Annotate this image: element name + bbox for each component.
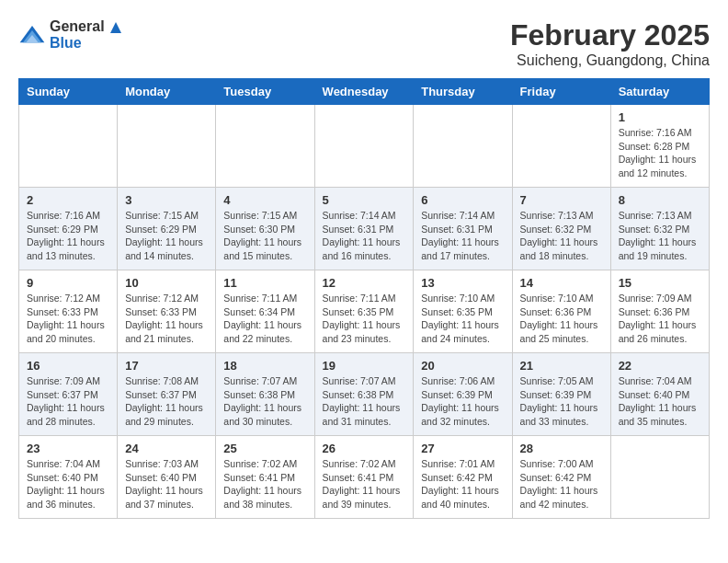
calendar-cell: 2Sunrise: 7:16 AM Sunset: 6:29 PM Daylig…: [19, 188, 118, 270]
calendar-cell: 10Sunrise: 7:12 AM Sunset: 6:33 PM Dayli…: [118, 270, 216, 353]
day-number: 10: [125, 276, 208, 290]
logo-icon: [18, 24, 46, 46]
calendar-cell: 12Sunrise: 7:11 AM Sunset: 6:35 PM Dayli…: [314, 270, 414, 353]
day-info: Sunrise: 7:07 AM Sunset: 6:38 PM Dayligh…: [323, 374, 406, 429]
day-info: Sunrise: 7:13 AM Sunset: 6:32 PM Dayligh…: [619, 209, 701, 263]
calendar-cell: 3Sunrise: 7:15 AM Sunset: 6:29 PM Daylig…: [118, 188, 216, 270]
calendar-cell: [314, 105, 414, 188]
day-number: 7: [520, 193, 603, 207]
calendar-cell: 4Sunrise: 7:15 AM Sunset: 6:30 PM Daylig…: [216, 188, 314, 270]
day-info: Sunrise: 7:05 AM Sunset: 6:39 PM Dayligh…: [520, 374, 603, 429]
calendar-cell: [19, 105, 118, 188]
day-number: 6: [421, 193, 504, 207]
calendar-week-row: 16Sunrise: 7:09 AM Sunset: 6:37 PM Dayli…: [19, 353, 710, 436]
weekday-header: Saturday: [610, 79, 709, 105]
calendar-cell: 9Sunrise: 7:12 AM Sunset: 6:33 PM Daylig…: [19, 270, 118, 353]
calendar-cell: [610, 436, 709, 519]
day-number: 18: [223, 359, 306, 373]
day-number: 27: [421, 442, 504, 455]
day-number: 4: [223, 193, 306, 207]
day-number: 1: [619, 110, 701, 124]
day-number: 16: [27, 359, 109, 373]
logo-triangle-icon: [109, 21, 122, 34]
day-info: Sunrise: 7:07 AM Sunset: 6:38 PM Dayligh…: [223, 374, 306, 429]
day-number: 14: [520, 276, 603, 290]
calendar-cell: [216, 105, 314, 188]
calendar-week-row: 9Sunrise: 7:12 AM Sunset: 6:33 PM Daylig…: [19, 270, 710, 353]
calendar-table: SundayMondayTuesdayWednesdayThursdayFrid…: [18, 78, 710, 519]
weekday-header: Thursday: [414, 79, 512, 105]
day-number: 8: [619, 193, 701, 207]
calendar-cell: 19Sunrise: 7:07 AM Sunset: 6:38 PM Dayli…: [314, 353, 414, 436]
logo-blue: Blue: [50, 35, 82, 51]
calendar-week-row: 2Sunrise: 7:16 AM Sunset: 6:29 PM Daylig…: [19, 188, 710, 270]
day-info: Sunrise: 7:04 AM Sunset: 6:40 PM Dayligh…: [619, 374, 701, 429]
calendar-cell: [414, 105, 512, 188]
page-title: February 2025: [510, 18, 710, 52]
calendar-cell: 14Sunrise: 7:10 AM Sunset: 6:36 PM Dayli…: [512, 270, 610, 353]
logo: General Blue: [18, 18, 122, 52]
calendar-cell: 27Sunrise: 7:01 AM Sunset: 6:42 PM Dayli…: [414, 436, 512, 519]
day-number: 20: [421, 359, 504, 373]
calendar-cell: 1Sunrise: 7:16 AM Sunset: 6:28 PM Daylig…: [610, 105, 709, 188]
day-info: Sunrise: 7:16 AM Sunset: 6:29 PM Dayligh…: [27, 209, 109, 263]
day-number: 2: [27, 193, 109, 207]
day-number: 13: [421, 276, 504, 290]
calendar-cell: 22Sunrise: 7:04 AM Sunset: 6:40 PM Dayli…: [610, 353, 709, 436]
calendar-cell: 7Sunrise: 7:13 AM Sunset: 6:32 PM Daylig…: [512, 188, 610, 270]
weekday-header: Sunday: [19, 79, 118, 105]
day-info: Sunrise: 7:10 AM Sunset: 6:35 PM Dayligh…: [421, 292, 504, 346]
calendar-cell: 28Sunrise: 7:00 AM Sunset: 6:42 PM Dayli…: [512, 436, 610, 519]
day-info: Sunrise: 7:01 AM Sunset: 6:42 PM Dayligh…: [421, 457, 504, 511]
calendar-cell: 16Sunrise: 7:09 AM Sunset: 6:37 PM Dayli…: [19, 353, 118, 436]
day-number: 5: [323, 193, 406, 207]
page-subtitle: Suicheng, Guangdong, China: [510, 52, 710, 69]
day-info: Sunrise: 7:12 AM Sunset: 6:33 PM Dayligh…: [125, 292, 208, 346]
title-block: February 2025 Suicheng, Guangdong, China: [510, 18, 710, 69]
day-info: Sunrise: 7:02 AM Sunset: 6:41 PM Dayligh…: [323, 457, 406, 511]
day-number: 15: [619, 276, 701, 290]
calendar-cell: 25Sunrise: 7:02 AM Sunset: 6:41 PM Dayli…: [216, 436, 314, 519]
weekday-header: Monday: [118, 79, 216, 105]
day-info: Sunrise: 7:00 AM Sunset: 6:42 PM Dayligh…: [520, 457, 603, 511]
day-number: 12: [323, 276, 406, 290]
logo-general: General: [50, 18, 105, 34]
calendar-week-row: 23Sunrise: 7:04 AM Sunset: 6:40 PM Dayli…: [19, 436, 710, 519]
day-info: Sunrise: 7:10 AM Sunset: 6:36 PM Dayligh…: [520, 292, 603, 346]
day-number: 19: [323, 359, 406, 373]
day-info: Sunrise: 7:13 AM Sunset: 6:32 PM Dayligh…: [520, 209, 603, 263]
calendar-cell: 15Sunrise: 7:09 AM Sunset: 6:36 PM Dayli…: [610, 270, 709, 353]
calendar-cell: 8Sunrise: 7:13 AM Sunset: 6:32 PM Daylig…: [610, 188, 709, 270]
day-info: Sunrise: 7:16 AM Sunset: 6:28 PM Dayligh…: [619, 126, 701, 180]
day-number: 11: [223, 276, 306, 290]
weekday-header: Tuesday: [216, 79, 314, 105]
day-info: Sunrise: 7:11 AM Sunset: 6:34 PM Dayligh…: [223, 292, 306, 346]
calendar-cell: 5Sunrise: 7:14 AM Sunset: 6:31 PM Daylig…: [314, 188, 414, 270]
day-number: 26: [323, 442, 406, 455]
svg-marker-3: [110, 22, 121, 33]
calendar-cell: [512, 105, 610, 188]
day-number: 17: [125, 359, 208, 373]
day-info: Sunrise: 7:14 AM Sunset: 6:31 PM Dayligh…: [323, 209, 406, 263]
day-info: Sunrise: 7:15 AM Sunset: 6:29 PM Dayligh…: [125, 209, 208, 263]
day-info: Sunrise: 7:11 AM Sunset: 6:35 PM Dayligh…: [323, 292, 406, 346]
day-info: Sunrise: 7:06 AM Sunset: 6:39 PM Dayligh…: [421, 374, 504, 429]
calendar-cell: 6Sunrise: 7:14 AM Sunset: 6:31 PM Daylig…: [414, 188, 512, 270]
day-number: 22: [619, 359, 701, 373]
day-info: Sunrise: 7:02 AM Sunset: 6:41 PM Dayligh…: [223, 457, 306, 511]
calendar-cell: 13Sunrise: 7:10 AM Sunset: 6:35 PM Dayli…: [414, 270, 512, 353]
calendar-cell: 23Sunrise: 7:04 AM Sunset: 6:40 PM Dayli…: [19, 436, 118, 519]
day-number: 25: [223, 442, 306, 455]
day-info: Sunrise: 7:04 AM Sunset: 6:40 PM Dayligh…: [27, 457, 109, 511]
day-info: Sunrise: 7:03 AM Sunset: 6:40 PM Dayligh…: [125, 457, 208, 511]
day-info: Sunrise: 7:12 AM Sunset: 6:33 PM Dayligh…: [27, 292, 109, 346]
page-header: General Blue February 2025 Suicheng, Gua…: [18, 18, 710, 69]
weekday-header: Friday: [512, 79, 610, 105]
calendar-cell: 17Sunrise: 7:08 AM Sunset: 6:37 PM Dayli…: [118, 353, 216, 436]
calendar-cell: 24Sunrise: 7:03 AM Sunset: 6:40 PM Dayli…: [118, 436, 216, 519]
calendar-cell: 26Sunrise: 7:02 AM Sunset: 6:41 PM Dayli…: [314, 436, 414, 519]
day-number: 28: [520, 442, 603, 455]
calendar-cell: 20Sunrise: 7:06 AM Sunset: 6:39 PM Dayli…: [414, 353, 512, 436]
calendar-week-row: 1Sunrise: 7:16 AM Sunset: 6:28 PM Daylig…: [19, 105, 710, 188]
calendar-cell: [118, 105, 216, 188]
